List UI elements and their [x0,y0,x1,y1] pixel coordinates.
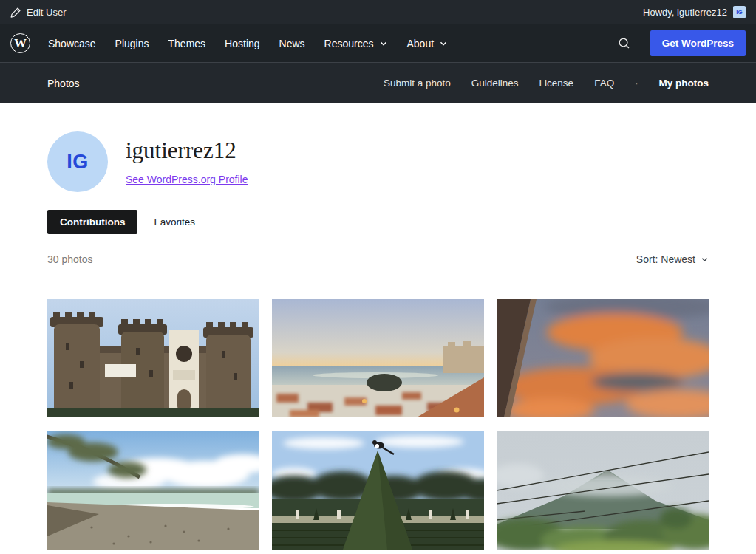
admin-bar: Edit User Howdy, igutierrez12 IG [0,0,756,24]
wordpress-profile-link[interactable]: See WordPress.org Profile [126,174,248,185]
pencil-icon [10,7,21,18]
photo-count: 30 photos [47,253,93,265]
topiary-garden-photo-illustration [272,431,484,550]
account-menu[interactable]: Howdy, igutierrez12 IG [643,6,746,18]
misty-mountain-photo-illustration [497,431,709,550]
tab-contributions[interactable]: Contributions [47,210,137,234]
nav-item-plugins[interactable]: Plugins [115,38,149,49]
photos-local-nav: Photos Submit a photo Guidelines License… [0,62,756,103]
photo-thumbnail-sunset-clouds[interactable] [497,299,709,417]
photo-thumbnail-beach[interactable] [47,431,259,550]
castle-photo-illustration [47,299,259,417]
search-button[interactable] [617,36,631,50]
nav-separator-dot: · [635,78,638,89]
photo-grid [47,299,709,554]
nav-item-themes[interactable]: Themes [168,38,206,49]
nav-item-about[interactable]: About [407,38,449,49]
get-wordpress-button[interactable]: Get WordPress [650,30,746,56]
guidelines-link[interactable]: Guidelines [471,78,519,89]
my-photos-link[interactable]: My photos [659,78,709,89]
tab-favorites[interactable]: Favorites [154,210,195,234]
faq-link[interactable]: FAQ [594,78,614,89]
main-menu: Showcase Plugins Themes Hosting News Res… [48,38,448,49]
howdy-label: Howdy, igutierrez12 [643,7,727,18]
profile-header: IG igutierrez12 See WordPress.org Profil… [47,131,709,192]
page-title: igutierrez12 [126,137,248,164]
nav-item-showcase[interactable]: Showcase [48,38,96,49]
global-header: W Showcase Plugins Themes Hosting News R… [0,24,756,62]
photo-thumbnail-castle[interactable] [47,299,259,417]
chevron-down-icon [701,256,709,264]
license-link[interactable]: License [539,78,574,89]
nav-item-resources[interactable]: Resources [324,38,388,49]
avatar: IG [733,6,746,18]
photo-thumbnail-topiary-garden[interactable] [272,431,484,550]
chevron-down-icon [379,39,388,48]
wordpress-logo[interactable]: W [10,33,30,53]
photo-thumbnail-misty-mountain[interactable] [497,431,709,550]
profile-tabs: Contributions Favorites [47,210,709,234]
beach-photo-illustration [47,431,259,550]
edit-user-button[interactable]: Edit User [10,7,66,18]
photos-home-link[interactable]: Photos [47,78,80,89]
gallery-toolbar: 30 photos Sort: Newest [47,253,709,265]
sort-dropdown[interactable]: Sort: Newest [636,253,709,265]
nav-item-hosting[interactable]: Hosting [225,38,259,49]
avatar: IG [47,131,108,192]
edit-user-label: Edit User [27,7,66,18]
chevron-down-icon [439,39,448,48]
search-icon [617,36,631,50]
nav-item-news[interactable]: News [279,38,305,49]
photo-thumbnail-coastal-sunset[interactable] [272,299,484,417]
submit-a-photo-link[interactable]: Submit a photo [384,78,451,89]
sunset-clouds-photo-illustration [497,299,709,417]
coastal-sunset-photo-illustration [272,299,484,417]
